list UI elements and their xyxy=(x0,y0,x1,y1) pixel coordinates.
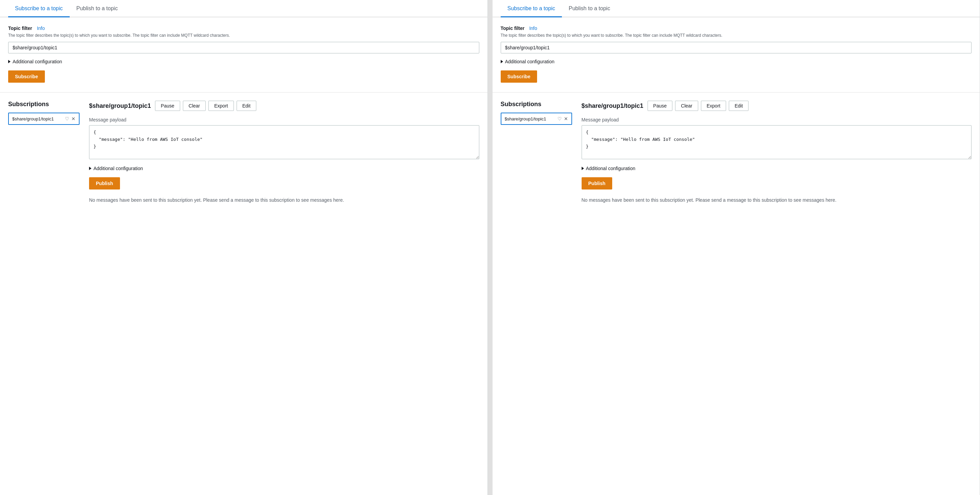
subscribe-section-right: Topic filter Info The topic filter descr… xyxy=(493,18,980,93)
additional-config-toggle2-left[interactable]: Additional configuration xyxy=(89,166,479,171)
expand-icon-right xyxy=(501,60,503,63)
subscriptions-sidebar-left: Subscriptions $share/group1/topic1 ♡ ✕ xyxy=(8,101,80,487)
payload-textarea-left[interactable]: { "message": "Hello from AWS IoT console… xyxy=(89,125,479,159)
tab-publish-left[interactable]: Publish to a topic xyxy=(70,0,125,18)
publish-button-right[interactable]: Publish xyxy=(582,177,612,190)
pause-button-left[interactable]: Pause xyxy=(155,101,180,111)
subscriptions-sidebar-right: Subscriptions $share/group1/topic1 ♡ ✕ xyxy=(501,101,572,487)
topic-header-left: $share/group1/topic1 Pause Clear Export … xyxy=(89,101,479,111)
favorite-icon-right[interactable]: ♡ xyxy=(557,116,562,121)
topic-title-left: $share/group1/topic1 xyxy=(89,102,151,110)
additional-config-label2-left: Additional configuration xyxy=(94,166,143,171)
subscribe-button-left[interactable]: Subscribe xyxy=(8,70,45,83)
additional-config-toggle-left[interactable]: Additional configuration xyxy=(8,59,479,64)
expand-icon2-left xyxy=(89,167,91,170)
topic-header-right: $share/group1/topic1 Pause Clear Export … xyxy=(582,101,972,111)
message-payload-label-right: Message payload xyxy=(582,117,972,123)
topic-panel-right: $share/group1/topic1 Pause Clear Export … xyxy=(572,101,972,487)
subscriptions-section-right: Subscriptions $share/group1/topic1 ♡ ✕ $… xyxy=(493,93,980,495)
subscriptions-section-left: Subscriptions $share/group1/topic1 ♡ ✕ $… xyxy=(0,93,487,495)
field-description-right: The topic filter describes the topic(s) … xyxy=(501,32,972,38)
payload-textarea-right[interactable]: { "message": "Hello from AWS IoT console… xyxy=(582,125,972,159)
subscription-item-left[interactable]: $share/group1/topic1 ♡ ✕ xyxy=(8,113,80,125)
additional-config-toggle-right[interactable]: Additional configuration xyxy=(501,59,972,64)
panel-divider xyxy=(488,0,493,495)
additional-config-label-right: Additional configuration xyxy=(505,59,555,64)
topic-filter-label-right: Topic filter xyxy=(501,26,525,31)
additional-config-toggle2-right[interactable]: Additional configuration xyxy=(582,166,972,171)
subscription-icons-left: ♡ ✕ xyxy=(65,116,75,121)
topic-actions-left: Pause Clear Export Edit xyxy=(155,101,256,111)
subscriptions-title-left: Subscriptions xyxy=(8,101,80,108)
tab-publish-right[interactable]: Publish to a topic xyxy=(562,0,617,18)
topic-filter-input-left[interactable] xyxy=(8,42,479,53)
expand-icon-left xyxy=(8,60,11,63)
subscription-item-text-left: $share/group1/topic1 xyxy=(12,117,63,121)
tab-subscribe-left[interactable]: Subscribe to a topic xyxy=(8,0,70,18)
subscription-icons-right: ♡ ✕ xyxy=(557,116,568,121)
left-panel: Subscribe to a topic Publish to a topic … xyxy=(0,0,488,495)
subscription-item-right[interactable]: $share/group1/topic1 ♡ ✕ xyxy=(501,113,572,125)
export-button-left[interactable]: Export xyxy=(208,101,234,111)
field-description-left: The topic filter describes the topic(s) … xyxy=(8,32,479,38)
topic-actions-right: Pause Clear Export Edit xyxy=(648,101,749,111)
topic-panel-left: $share/group1/topic1 Pause Clear Export … xyxy=(80,101,479,487)
edit-button-right[interactable]: Edit xyxy=(729,101,749,111)
remove-icon-right[interactable]: ✕ xyxy=(564,116,568,121)
topic-title-right: $share/group1/topic1 xyxy=(582,102,643,110)
subscribe-section-left: Topic filter Info The topic filter descr… xyxy=(0,18,487,93)
export-button-right[interactable]: Export xyxy=(701,101,726,111)
subscribe-button-right[interactable]: Subscribe xyxy=(501,70,538,83)
no-messages-right: No messages have been sent to this subsc… xyxy=(582,196,972,204)
no-messages-left: No messages have been sent to this subsc… xyxy=(89,196,479,204)
message-payload-label-left: Message payload xyxy=(89,117,479,123)
field-label-row-right: Topic filter Info xyxy=(501,26,972,31)
favorite-icon-left[interactable]: ♡ xyxy=(65,116,69,121)
clear-button-right[interactable]: Clear xyxy=(675,101,698,111)
subscriptions-title-right: Subscriptions xyxy=(501,101,572,108)
topic-filter-input-right[interactable] xyxy=(501,42,972,53)
field-label-row-left: Topic filter Info xyxy=(8,26,479,31)
expand-icon2-right xyxy=(582,167,584,170)
additional-config-label-left: Additional configuration xyxy=(13,59,62,64)
info-link-right[interactable]: Info xyxy=(529,26,537,31)
edit-button-left[interactable]: Edit xyxy=(237,101,256,111)
additional-config-label2-right: Additional configuration xyxy=(586,166,636,171)
info-link-left[interactable]: Info xyxy=(37,26,45,31)
pause-button-right[interactable]: Pause xyxy=(648,101,673,111)
clear-button-left[interactable]: Clear xyxy=(183,101,206,111)
left-tabs: Subscribe to a topic Publish to a topic xyxy=(0,0,487,18)
right-panel: Subscribe to a topic Publish to a topic … xyxy=(493,0,980,495)
tab-subscribe-right[interactable]: Subscribe to a topic xyxy=(501,0,562,18)
topic-filter-label-left: Topic filter xyxy=(8,26,32,31)
publish-button-left[interactable]: Publish xyxy=(89,177,120,190)
remove-icon-left[interactable]: ✕ xyxy=(72,116,75,121)
right-tabs: Subscribe to a topic Publish to a topic xyxy=(493,0,980,18)
subscription-item-text-right: $share/group1/topic1 xyxy=(505,117,555,121)
